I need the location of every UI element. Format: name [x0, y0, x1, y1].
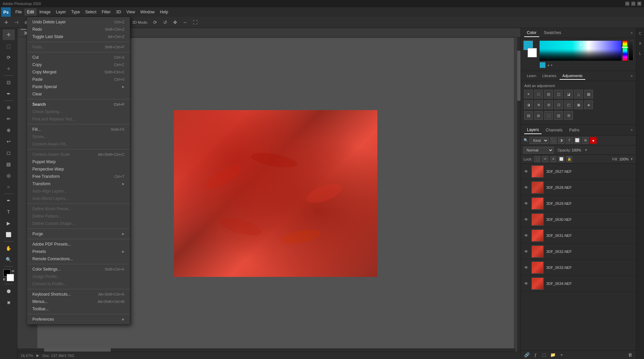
tab-swatches[interactable]: Swatches — [541, 29, 564, 37]
menu-undo-delete-layer[interactable]: Undo Delete Layer Ctrl+Z — [27, 18, 130, 26]
layer-item[interactable]: 👁 3DF_0530.NEF — [521, 212, 636, 228]
tab-learn[interactable]: Learn — [524, 72, 539, 80]
filter-smart-btn[interactable]: ⊕ — [582, 137, 589, 144]
menu-define-shape[interactable]: Define Custom Shape... — [27, 220, 130, 227]
menu-fill[interactable]: Fill... Shift+F5 — [27, 126, 130, 133]
fg-bg-swatches[interactable] — [524, 41, 537, 57]
menu-transform[interactable]: Transform — [27, 180, 130, 188]
layer-visibility-6[interactable]: 👁 — [524, 265, 529, 270]
layer-visibility-3[interactable]: 👁 — [524, 217, 529, 222]
screen-mode-btn[interactable]: ▣ — [3, 297, 15, 308]
menu-image[interactable]: Image — [37, 8, 53, 16]
3d-rotate-btn[interactable]: ⟳ — [151, 18, 159, 27]
active-color-preview[interactable] — [540, 62, 546, 68]
filter-adj-btn[interactable]: ◑ — [558, 137, 565, 144]
tab-layers[interactable]: Layers — [524, 126, 542, 134]
reset-colors-icon[interactable]: ◩ — [3, 278, 6, 281]
menu-help[interactable]: Help — [157, 8, 171, 16]
layer-item[interactable]: 👁 3DF_0529.NEF — [521, 196, 636, 212]
menu-auto-blend[interactable]: Auto-Blend Layers... — [27, 195, 130, 202]
color-balance-icon[interactable]: ▦ — [584, 90, 593, 98]
menu-auto-align[interactable]: Auto-Align Layers... — [27, 188, 130, 195]
menu-fade[interactable]: Fade... Shift+Ctrl+F — [27, 43, 130, 51]
tab-paths[interactable]: Paths — [567, 126, 582, 134]
hue-slider[interactable] — [623, 41, 627, 61]
menu-edit[interactable]: Edit — [24, 8, 37, 16]
menu-search[interactable]: Search Ctrl+F — [27, 101, 130, 108]
menu-preferences[interactable]: Preferences — [27, 316, 130, 323]
background-color[interactable] — [7, 274, 14, 281]
layers-filter-select[interactable]: Kind — [530, 137, 549, 144]
tab-color[interactable]: Color — [524, 29, 539, 37]
menu-redo[interactable]: Redo Shift+Ctrl+Z — [27, 26, 130, 33]
3d-scale-btn[interactable]: ⛶ — [191, 18, 200, 27]
tab-adjustments[interactable]: Adjustments — [560, 72, 585, 80]
add-style-btn[interactable]: ƒ — [532, 352, 539, 358]
opacity-slider[interactable] — [629, 41, 633, 61]
spot-heal-tool[interactable]: ⊛ — [3, 102, 15, 113]
blur-tool[interactable]: ◎ — [3, 170, 15, 181]
gradient-map-icon[interactable]: ▤ — [524, 111, 533, 120]
menu-content-aware-fill[interactable]: Content-Aware Fill... — [27, 140, 130, 148]
levels-icon[interactable]: ⬡ — [534, 90, 543, 98]
menu-toggle-last-state[interactable]: Toggle Last State Alt+Ctrl+Z — [27, 33, 130, 40]
menu-layer[interactable]: Layer — [53, 8, 68, 16]
photo-filter-icon[interactable]: ⊕ — [534, 100, 543, 109]
layer-item[interactable]: 👁 3DF_0532.NEF — [521, 244, 636, 260]
crop-tool[interactable]: ⊡ — [3, 77, 15, 88]
layers-panel-icon[interactable]: L — [637, 49, 644, 57]
menu-filter[interactable]: Filter — [99, 8, 113, 16]
dodge-tool[interactable]: ○ — [3, 182, 15, 192]
menu-check-spelling[interactable]: Check Spelling... — [27, 108, 130, 115]
menu-purge[interactable]: Purge — [27, 230, 130, 238]
3d-roll-btn[interactable]: ↺ — [161, 18, 170, 27]
menu-type[interactable]: Type — [68, 8, 82, 16]
swap-colors-icon[interactable]: ⇄ — [12, 269, 14, 273]
color-gradient[interactable] — [540, 41, 621, 61]
3d-slide-btn[interactable]: ↔ — [181, 18, 190, 27]
vertical-scrollbar[interactable] — [517, 37, 521, 352]
menu-view[interactable]: View — [124, 8, 138, 16]
adjustments-panel-icon[interactable]: A — [637, 39, 644, 47]
menu-copy-merged[interactable]: Copy Merged Shift+Ctrl+C — [27, 68, 130, 76]
color-lookup-icon[interactable]: ⊡ — [554, 100, 563, 109]
channel-mixer-icon[interactable]: ⊞ — [544, 100, 553, 109]
menu-define-pattern[interactable]: Define Pattern... — [27, 213, 130, 220]
layer-item[interactable]: 👁 3DF_0531.NEF — [521, 228, 636, 244]
exposure-icon[interactable]: ◫ — [554, 90, 563, 98]
layer-visibility-1[interactable]: 👁 — [524, 185, 529, 190]
menu-select[interactable]: Select — [82, 8, 99, 16]
hsl-icon[interactable]: △ — [574, 90, 583, 98]
eraser-tool[interactable]: ◻ — [3, 147, 15, 158]
menu-find-replace[interactable]: Find and Replace Text... — [27, 115, 130, 123]
filter-type-btn[interactable]: T — [566, 137, 573, 144]
path-select-tool[interactable]: ▶ — [3, 218, 15, 229]
menu-presets[interactable]: Presets — [27, 248, 130, 255]
align-left-btn[interactable]: ⊣ — [12, 18, 21, 27]
lock-artboard-btn[interactable]: ⬜ — [558, 156, 564, 162]
menu-color-settings[interactable]: Color Settings... Shift+Ctrl+K — [27, 266, 130, 273]
vibrance-icon[interactable]: ◪ — [564, 90, 573, 98]
curves-icon[interactable]: ▤ — [544, 90, 553, 98]
adjustments-panel-collapse[interactable]: ≡ — [631, 74, 633, 78]
layer-visibility-4[interactable]: 👁 — [524, 233, 529, 238]
layer-item[interactable]: 👁 3DF_0533.NEF — [521, 260, 636, 276]
pattern-fill-icon[interactable]: ⊞ — [564, 111, 573, 120]
bw-icon[interactable]: ◑ — [524, 100, 533, 109]
color-swatch-box[interactable]: ⇄ ◩ — [3, 269, 15, 281]
zoom-tool[interactable]: 🔍 — [3, 254, 15, 265]
gradient-tool[interactable]: ▤ — [3, 159, 15, 169]
canvas-image[interactable] — [174, 110, 377, 277]
menu-paste[interactable]: Paste Ctrl+V — [27, 76, 130, 83]
posterize-icon[interactable]: ▣ — [574, 100, 583, 109]
blend-mode-select[interactable]: Normal — [524, 147, 554, 153]
brightness-contrast-icon[interactable]: ☀ — [524, 90, 533, 98]
menu-3d[interactable]: 3D — [113, 8, 123, 16]
menu-convert-profile[interactable]: Convert to Profile... — [27, 280, 130, 288]
filter-pixel-btn[interactable]: ⬛ — [550, 137, 557, 144]
gradient-fill-icon[interactable]: ▥ — [554, 111, 563, 120]
new-layer-btn[interactable]: + — [558, 352, 565, 358]
lock-all-btn[interactable]: 🔒 — [566, 156, 572, 162]
menu-file[interactable]: File — [13, 8, 24, 16]
magic-wand-tool[interactable]: ✧ — [3, 63, 15, 74]
